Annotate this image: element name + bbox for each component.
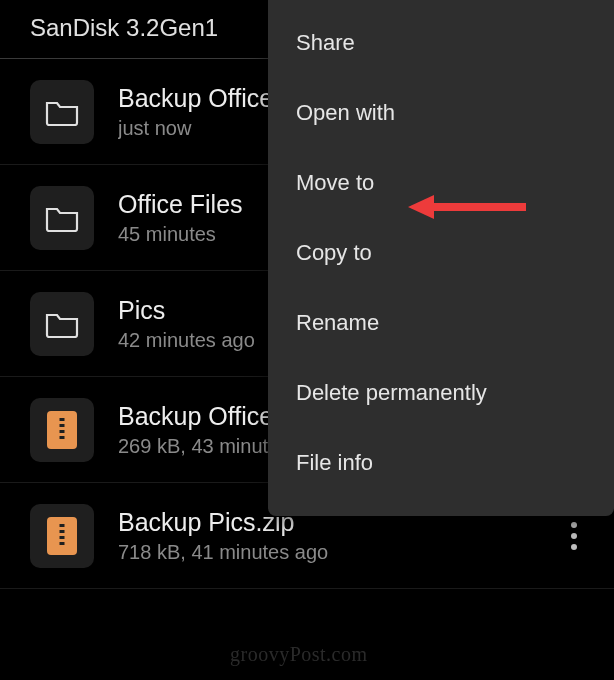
folder-icon — [30, 292, 94, 356]
zip-icon — [30, 398, 94, 462]
menu-item-file-info[interactable]: File info — [268, 428, 614, 498]
more-vertical-icon — [571, 533, 577, 539]
context-menu: Share Open with Move to Copy to Rename D… — [268, 0, 614, 516]
menu-item-rename[interactable]: Rename — [268, 288, 614, 358]
svg-marker-1 — [408, 195, 434, 219]
menu-item-share[interactable]: Share — [268, 8, 614, 78]
annotation-arrow-icon — [408, 192, 528, 226]
folder-icon — [30, 80, 94, 144]
folder-icon — [30, 186, 94, 250]
menu-item-delete-permanently[interactable]: Delete permanently — [268, 358, 614, 428]
item-meta: 718 kB, 41 minutes ago — [118, 541, 584, 564]
more-options-button[interactable] — [556, 518, 592, 554]
zip-icon — [30, 504, 94, 568]
menu-item-copy-to[interactable]: Copy to — [268, 218, 614, 288]
watermark-text: groovyPost.com — [230, 643, 368, 666]
menu-item-open-with[interactable]: Open with — [268, 78, 614, 148]
